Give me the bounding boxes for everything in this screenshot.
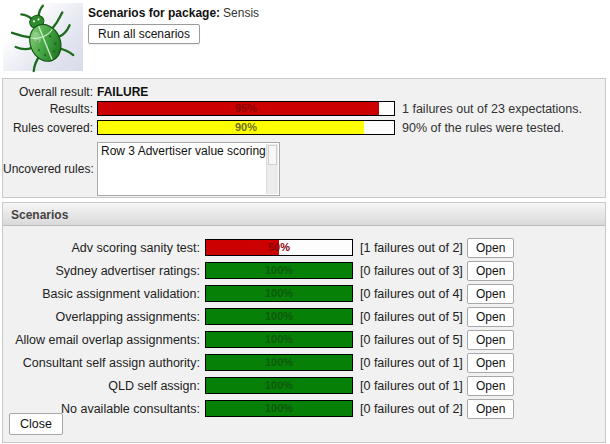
- scenario-progress-bar: 100%: [205, 400, 353, 417]
- scenario-failures-note: [0 failures out of 2]: [360, 402, 467, 416]
- uncovered-rule-item[interactable]: Row 3 Advertiser value scoring: [98, 143, 279, 159]
- summary-panel: Overall result: FAILURE Results: 95% 1 f…: [2, 78, 606, 198]
- open-button[interactable]: Open: [467, 307, 514, 327]
- scenario-row: Overlapping assignments: 100% [0 failure…: [3, 305, 605, 328]
- rules-covered-progress-bar: 90%: [97, 120, 395, 135]
- scenario-progress-percent: 100%: [206, 355, 352, 370]
- scenario-failures-note: [1 failures out of 2]: [360, 241, 467, 255]
- overall-result-value: FAILURE: [97, 85, 148, 99]
- open-button[interactable]: Open: [467, 330, 514, 350]
- scenario-row: Adv scoring sanity test: 50% [1 failures…: [3, 236, 605, 259]
- scenario-progress-bar: 100%: [205, 308, 353, 325]
- results-progress-percent: 95%: [98, 102, 394, 115]
- rules-covered-progress-percent: 90%: [98, 121, 394, 134]
- scenario-rows: Adv scoring sanity test: 50% [1 failures…: [3, 226, 605, 420]
- results-note: 1 failures out of 23 expectations.: [402, 102, 582, 116]
- rules-covered-row: Rules covered: 90% 90% of the rules were…: [3, 120, 605, 135]
- scenarios-section-title: Scenarios: [3, 203, 605, 226]
- scenario-label: Adv scoring sanity test:: [3, 241, 205, 255]
- package-title-label: Scenarios for package:: [88, 6, 220, 20]
- scenario-progress-bar: 100%: [205, 331, 353, 348]
- package-title: Scenarios for package:Sensis: [88, 6, 259, 20]
- rules-covered-label: Rules covered:: [3, 121, 97, 135]
- page-header: Scenarios for package:Sensis Run all sce…: [0, 0, 610, 76]
- open-button[interactable]: Open: [467, 353, 514, 373]
- scenario-failures-note: [0 failures out of 5]: [360, 333, 467, 347]
- listbox-scrollbar[interactable]: [266, 144, 278, 194]
- scenario-progress-percent: 50%: [206, 240, 352, 255]
- close-button[interactable]: Close: [9, 413, 63, 435]
- scenarios-panel: Scenarios Adv scoring sanity test: 50% […: [2, 202, 606, 443]
- rules-covered-note: 90% of the rules were tested.: [402, 121, 564, 135]
- scenario-progress-percent: 100%: [206, 378, 352, 393]
- scenario-progress-percent: 100%: [206, 286, 352, 301]
- uncovered-rules-listbox[interactable]: Row 3 Advertiser value scoring: [97, 142, 280, 196]
- package-name: Sensis: [223, 6, 259, 20]
- scenario-row: Sydney advertiser ratings: 100% [0 failu…: [3, 259, 605, 282]
- results-progress-bar: 95%: [97, 101, 395, 116]
- scenario-failures-note: [0 failures out of 1]: [360, 356, 467, 370]
- overall-result-row: Overall result: FAILURE: [3, 85, 605, 99]
- scenario-label: Overlapping assignments:: [3, 310, 205, 324]
- open-button[interactable]: Open: [467, 399, 514, 419]
- scenario-progress-bar: 100%: [205, 262, 353, 279]
- results-row: Results: 95% 1 failures out of 23 expect…: [3, 101, 605, 116]
- scenario-progress-bar: 50%: [205, 239, 353, 256]
- bug-icon: [3, 3, 83, 71]
- open-button[interactable]: Open: [467, 238, 514, 258]
- scenario-progress-bar: 100%: [205, 354, 353, 371]
- scenario-label: Allow email overlap assignments:: [3, 333, 205, 347]
- scenario-row: Allow email overlap assignments: 100% [0…: [3, 328, 605, 351]
- scenario-label: Sydney advertiser ratings:: [3, 264, 205, 278]
- scenario-progress-percent: 100%: [206, 309, 352, 324]
- scenario-progress-percent: 100%: [206, 401, 352, 416]
- results-label: Results:: [3, 102, 97, 116]
- scenario-failures-note: [0 failures out of 4]: [360, 287, 467, 301]
- scenario-row: No available consultants: 100% [0 failur…: [3, 397, 605, 420]
- run-all-scenarios-button[interactable]: Run all scenarios: [88, 24, 200, 44]
- green-beetle-icon: [3, 0, 84, 77]
- open-button[interactable]: Open: [467, 261, 514, 281]
- uncovered-rules-row: Uncovered rules: Row 3 Advertiser value …: [3, 142, 605, 196]
- scenario-progress-bar: 100%: [205, 285, 353, 302]
- open-button[interactable]: Open: [467, 284, 514, 304]
- scenario-label: Consultant self assign authority:: [3, 356, 205, 370]
- scenario-progress-bar: 100%: [205, 377, 353, 394]
- scenario-label: QLD self assign:: [3, 379, 205, 393]
- scenario-row: Basic assignment validation: 100% [0 fai…: [3, 282, 605, 305]
- uncovered-rules-label: Uncovered rules:: [3, 162, 97, 176]
- scenario-row: Consultant self assign authority: 100% […: [3, 351, 605, 374]
- scenario-label: Basic assignment validation:: [3, 287, 205, 301]
- overall-result-label: Overall result:: [3, 85, 97, 99]
- open-button[interactable]: Open: [467, 376, 514, 396]
- scenario-failures-note: [0 failures out of 1]: [360, 379, 467, 393]
- scenario-progress-percent: 100%: [206, 332, 352, 347]
- listbox-scrollbar-thumb[interactable]: [268, 145, 277, 165]
- scenario-failures-note: [0 failures out of 3]: [360, 264, 467, 278]
- scenario-failures-note: [0 failures out of 5]: [360, 310, 467, 324]
- scenario-row: QLD self assign: 100% [0 failures out of…: [3, 374, 605, 397]
- scenario-progress-percent: 100%: [206, 263, 352, 278]
